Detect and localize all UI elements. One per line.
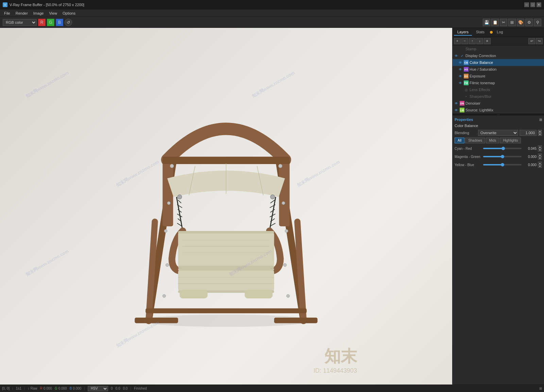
- menu-view[interactable]: View: [46, 11, 60, 16]
- yellow-blue-stepper: ▲ ▼: [538, 162, 542, 168]
- expand-arrow-icon[interactable]: ⊞: [539, 118, 542, 122]
- history-btn[interactable]: ⚲: [534, 19, 541, 26]
- save-btn[interactable]: 💾: [483, 19, 490, 26]
- blending-mode-select[interactable]: Overwrite Normal Add: [478, 130, 518, 136]
- eye-exposure[interactable]: 👁: [458, 74, 463, 78]
- layer-denoiser[interactable]: 👁 DN Denoiser: [453, 100, 544, 107]
- eye-sharpen-blur[interactable]: [458, 94, 463, 99]
- green-channel-btn[interactable]: G: [47, 19, 54, 26]
- menu-file[interactable]: File: [1, 11, 13, 16]
- icon-filmic: FM: [464, 81, 469, 85]
- tab-stats[interactable]: Stats: [473, 29, 488, 36]
- render-viewport[interactable]: 知末网www.znzmo.com 知末网www.znzmo.com 知末网www…: [0, 28, 452, 385]
- close-button[interactable]: ✕: [537, 2, 541, 7]
- svg-rect-6: [279, 158, 290, 226]
- layer-color-balance[interactable]: 👁 CB Color Balance: [453, 59, 544, 66]
- menu-render[interactable]: Render: [13, 11, 31, 16]
- eye-color-balance[interactable]: 👁: [458, 60, 463, 65]
- tab-log[interactable]: Log: [493, 29, 506, 36]
- label-display-correction: Display Correction: [465, 54, 543, 58]
- radio-tab-all[interactable]: All: [455, 138, 464, 143]
- layer-controls: + − ↑ ↓ ≡ ↩ ↪: [453, 37, 544, 46]
- add-layer-btn[interactable]: +: [454, 38, 461, 44]
- eye-display-correction[interactable]: 👁: [454, 53, 459, 58]
- layer-sharpen-blur[interactable]: ~ Sharpen/Blur: [453, 93, 544, 100]
- move-down-btn[interactable]: ↓: [476, 38, 483, 44]
- magenta-green-down-btn[interactable]: ▼: [538, 157, 542, 160]
- blending-up-btn[interactable]: ▲: [538, 130, 542, 133]
- icon-lens-effects: ◎: [464, 87, 469, 92]
- radio-tab-highlights[interactable]: Highlights: [500, 138, 521, 143]
- cycle-btn[interactable]: ↺: [65, 19, 72, 26]
- cyan-red-thumb[interactable]: [502, 147, 505, 150]
- magenta-green-thumb[interactable]: [501, 155, 504, 158]
- properties-title: Properties: [455, 118, 473, 122]
- cyan-red-down-btn[interactable]: ▼: [538, 148, 542, 152]
- blue-channel-btn[interactable]: B: [56, 19, 63, 26]
- yellow-blue-down-btn[interactable]: ▼: [538, 165, 542, 168]
- label-source-lightmix: Source: LightMix: [465, 108, 543, 112]
- status-bar-expand-icon[interactable]: ⊞: [539, 387, 542, 390]
- svg-point-59: [285, 229, 288, 232]
- eye-filmic[interactable]: 👁: [458, 81, 463, 85]
- move-up-btn[interactable]: ↑: [469, 38, 476, 44]
- region-btn[interactable]: ✂: [500, 19, 507, 26]
- layer-filmic[interactable]: 👁 FM Filmic tonemap: [453, 79, 544, 86]
- log-indicator-dot: [490, 31, 493, 34]
- zoom-btn[interactable]: ⊞: [508, 19, 516, 26]
- tab-layers[interactable]: Layers: [454, 29, 472, 36]
- icon-hue-saturation: HS: [464, 67, 469, 72]
- label-hue-saturation: Hue / Saturation: [470, 67, 543, 71]
- eye-lens-effects[interactable]: [458, 87, 463, 92]
- cyan-red-track[interactable]: [483, 148, 522, 149]
- layer-hue-saturation[interactable]: 👁 HS Hue / Saturation: [453, 66, 544, 73]
- svg-rect-44: [178, 268, 274, 270]
- layer-stamp[interactable]: Stamp: [453, 46, 544, 52]
- channel-select[interactable]: RGB color Alpha Z-depth: [3, 19, 37, 26]
- eye-stamp[interactable]: [454, 47, 459, 51]
- merge-btn[interactable]: ≡: [484, 38, 491, 44]
- red-channel-btn[interactable]: R: [38, 19, 46, 26]
- layer-exposure[interactable]: 👁 EX Exposure: [453, 73, 544, 79]
- cyan-red-stepper: ▲ ▼: [538, 145, 542, 152]
- color-picker-btn[interactable]: 🎨: [517, 19, 524, 26]
- svg-rect-41: [178, 268, 274, 293]
- svg-point-58: [164, 229, 167, 232]
- eye-hue-saturation[interactable]: 👁: [458, 67, 463, 72]
- cyan-red-row: Cyan - Red 0.045 ▲ ▼: [455, 145, 542, 152]
- window-title: V-Ray Frame Buffer - [50.0% of 2750 x 22…: [10, 3, 84, 7]
- svg-rect-10: [146, 308, 307, 314]
- mode-icon: ↕: [28, 387, 30, 390]
- eye-denoiser[interactable]: 👁: [454, 101, 459, 106]
- yellow-blue-up-btn[interactable]: ▲: [538, 162, 542, 165]
- layer-display-correction[interactable]: 👁 ✓ Display Correction: [453, 52, 544, 59]
- undo-btn[interactable]: ↩: [528, 38, 535, 44]
- menu-image[interactable]: Image: [31, 11, 47, 16]
- yellow-blue-thumb[interactable]: [501, 163, 504, 166]
- menu-options[interactable]: Options: [60, 11, 78, 16]
- magenta-green-up-btn[interactable]: ▲: [538, 154, 542, 157]
- remove-layer-btn[interactable]: −: [461, 38, 468, 44]
- save-copy-btn[interactable]: 📋: [491, 19, 499, 26]
- settings-btn[interactable]: ⚙: [525, 19, 533, 26]
- yellow-blue-fill: [483, 164, 503, 165]
- maximize-button[interactable]: □: [530, 2, 535, 7]
- minimize-button[interactable]: ─: [524, 2, 529, 7]
- radio-tab-mids[interactable]: Mids: [486, 138, 499, 143]
- logo-id: ID: 1149443903: [313, 367, 357, 374]
- blending-value-input[interactable]: [520, 130, 537, 136]
- magenta-green-track[interactable]: [483, 156, 522, 157]
- svg-point-60: [166, 264, 169, 267]
- cyan-red-up-btn[interactable]: ▲: [538, 145, 542, 148]
- svg-point-62: [163, 295, 166, 298]
- extra-val-2: 0.0: [116, 387, 120, 390]
- redo-btn[interactable]: ↪: [536, 38, 543, 44]
- color-mode-select[interactable]: HSV RGB: [88, 386, 108, 391]
- blending-down-btn[interactable]: ▼: [538, 133, 542, 136]
- yellow-blue-track[interactable]: [483, 164, 522, 165]
- radio-tab-shadows[interactable]: Shadows: [465, 138, 485, 143]
- svg-point-64: [177, 195, 182, 199]
- eye-source-lightmix[interactable]: 👁: [454, 108, 459, 112]
- layer-lens-effects[interactable]: ◎ Lens Effects: [453, 86, 544, 93]
- zoom-display[interactable]: 1s1: [16, 387, 21, 390]
